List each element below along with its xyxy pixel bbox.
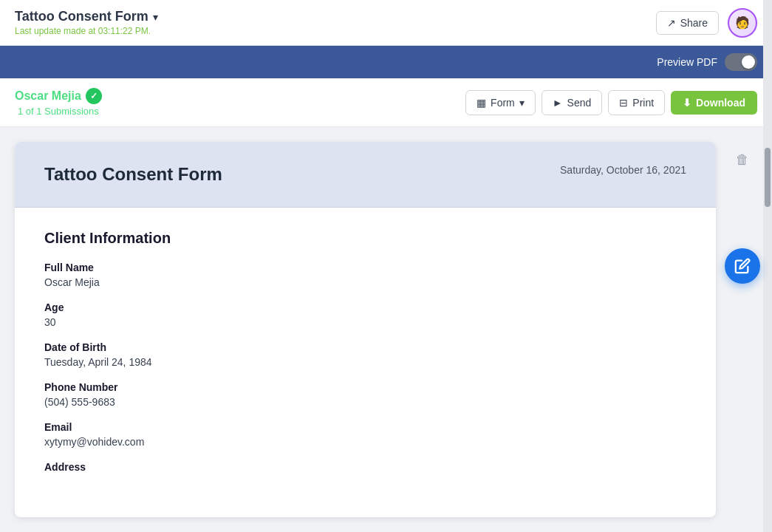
field-label-full-name: Full Name bbox=[44, 262, 686, 273]
check-badge: ✓ bbox=[86, 88, 102, 104]
header-right: ↗ Share 🧑 bbox=[656, 8, 757, 38]
print-btn-label: Print bbox=[632, 97, 654, 109]
form-document: Tattoo Consent Form Saturday, October 16… bbox=[15, 142, 716, 517]
edit-fab-button[interactable] bbox=[725, 248, 760, 284]
send-button[interactable]: ► Send bbox=[542, 90, 603, 115]
field-value-phone: (504) 555-9683 bbox=[44, 396, 686, 408]
scrollbar[interactable] bbox=[763, 0, 772, 532]
right-sidebar: 🗑 bbox=[728, 142, 757, 517]
toggle-knob bbox=[742, 55, 755, 69]
pdf-preview-toggle[interactable] bbox=[725, 53, 757, 71]
field-value-dob: Tuesday, April 24, 1984 bbox=[44, 356, 686, 368]
field-label-phone: Phone Number bbox=[44, 381, 686, 393]
form-icon: ▦ bbox=[476, 97, 486, 109]
form-button[interactable]: ▦ Form ▾ bbox=[465, 90, 536, 115]
print-icon: ⊟ bbox=[619, 97, 628, 109]
download-button[interactable]: ⬇ Download bbox=[671, 91, 757, 115]
field-full-name: Full Name Oscar Mejia bbox=[44, 262, 686, 288]
edit-pencil-icon bbox=[734, 258, 751, 274]
send-icon: ► bbox=[553, 97, 563, 109]
field-label-dob: Date of Birth bbox=[44, 341, 686, 353]
submission-bar: Oscar Mejia ✓ 1 of 1 Submissions ▦ Form … bbox=[0, 78, 772, 127]
title-row: Tattoo Consent Form ▾ bbox=[15, 9, 158, 24]
submitter-name-row: Oscar Mejia ✓ bbox=[15, 88, 102, 104]
form-header-section: Tattoo Consent Form Saturday, October 16… bbox=[15, 142, 716, 208]
header-left: Tattoo Consent Form ▾ Last update made a… bbox=[15, 9, 158, 36]
pdf-preview-bar: Preview PDF bbox=[0, 46, 772, 78]
field-label-age: Age bbox=[44, 301, 686, 313]
form-chevron-icon: ▾ bbox=[519, 97, 525, 109]
print-button[interactable]: ⊟ Print bbox=[608, 90, 665, 115]
field-address: Address bbox=[44, 461, 686, 473]
field-age: Age 30 bbox=[44, 301, 686, 328]
avatar[interactable]: 🧑 bbox=[728, 8, 757, 38]
check-icon: ✓ bbox=[90, 91, 98, 101]
submitter-info: Oscar Mejia ✓ 1 of 1 Submissions bbox=[15, 88, 102, 117]
field-label-email: Email bbox=[44, 421, 686, 433]
scrollbar-thumb bbox=[765, 148, 771, 207]
share-icon: ↗ bbox=[667, 17, 676, 29]
form-title: Tattoo Consent Form bbox=[15, 9, 148, 24]
submitter-name: Oscar Mejia bbox=[15, 89, 81, 103]
form-date: Saturday, October 16, 2021 bbox=[560, 164, 686, 176]
pdf-preview-label: Preview PDF bbox=[657, 56, 717, 68]
main-content: Tattoo Consent Form Saturday, October 16… bbox=[0, 127, 772, 532]
form-doc-title: Tattoo Consent Form bbox=[44, 164, 222, 185]
share-button[interactable]: ↗ Share bbox=[656, 11, 719, 35]
delete-icon[interactable]: 🗑 bbox=[736, 152, 749, 168]
download-icon: ⬇ bbox=[683, 97, 691, 109]
field-label-address: Address bbox=[44, 461, 686, 473]
share-label: Share bbox=[680, 17, 708, 29]
action-buttons: ▦ Form ▾ ► Send ⊟ Print ⬇ Download bbox=[465, 90, 757, 115]
last-update-text: Last update made at 03:11:22 PM. bbox=[15, 26, 158, 36]
form-body: Client Information Full Name Oscar Mejia… bbox=[15, 208, 716, 508]
top-header: Tattoo Consent Form ▾ Last update made a… bbox=[0, 0, 772, 46]
form-btn-label: Form bbox=[491, 97, 515, 109]
field-dob: Date of Birth Tuesday, April 24, 1984 bbox=[44, 341, 686, 368]
download-btn-label: Download bbox=[696, 97, 745, 109]
section-title: Client Information bbox=[44, 230, 686, 247]
avatar-image: 🧑 bbox=[729, 10, 756, 36]
field-email: Email xytymy@vohidev.com bbox=[44, 421, 686, 448]
field-value-age: 30 bbox=[44, 316, 686, 328]
send-btn-label: Send bbox=[567, 97, 592, 109]
field-phone: Phone Number (504) 555-9683 bbox=[44, 381, 686, 408]
submission-count: 1 of 1 Submissions bbox=[18, 106, 99, 117]
title-chevron-icon[interactable]: ▾ bbox=[153, 11, 158, 23]
field-value-full-name: Oscar Mejia bbox=[44, 276, 686, 288]
delete-icon-area: 🗑 bbox=[736, 152, 749, 168]
field-value-email: xytymy@vohidev.com bbox=[44, 436, 686, 448]
